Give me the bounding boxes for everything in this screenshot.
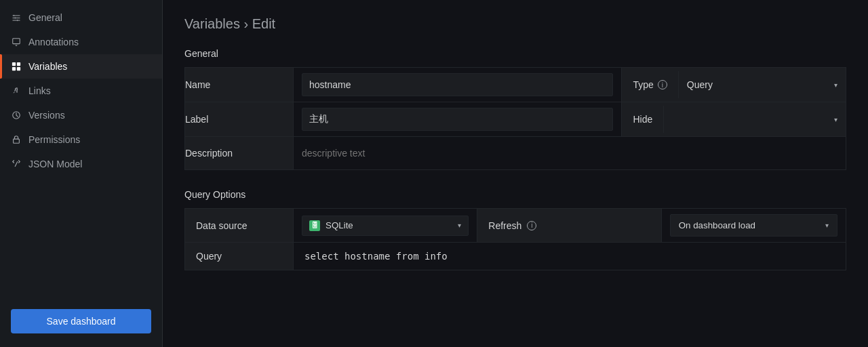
general-form-table: Name Type i Query ▾ Label (184, 67, 846, 170)
chevron-down-icon: ▾ (834, 81, 837, 89)
hide-label: Hide (622, 106, 664, 133)
query-input[interactable] (304, 251, 835, 262)
versions-icon (11, 110, 22, 121)
description-row: Description (185, 137, 846, 170)
datasource-value-cell: 🗄 SQLite ▾ (294, 209, 477, 242)
sidebar-item-versions[interactable]: Versions (0, 103, 162, 127)
sidebar-item-links[interactable]: Links (0, 79, 162, 103)
breadcrumb-separator: › (243, 16, 252, 31)
type-cell: Type i Query ▾ (622, 68, 846, 102)
sqlite-icon: 🗄 (309, 220, 320, 231)
query-options-row: Data source 🗄 SQLite ▾ Refresh i On dash… (184, 208, 846, 243)
breadcrumb-parent: Variables (184, 16, 240, 31)
sidebar: General Annotations Variables (0, 0, 163, 347)
datasource-value: SQLite (326, 220, 353, 230)
sidebar-footer: Save dashboard (0, 301, 162, 342)
description-label: Description (185, 137, 294, 170)
svg-rect-4 (17, 67, 20, 70)
query-section-title: Query Options (184, 189, 846, 200)
type-value: Query (687, 79, 713, 90)
breadcrumb-current: Edit (252, 16, 275, 31)
svg-rect-6 (14, 139, 20, 143)
sidebar-item-variables-label: Variables (28, 61, 67, 72)
refresh-label-cell: Refresh i (477, 209, 661, 242)
sidebar-item-annotations[interactable]: Annotations (0, 30, 162, 54)
sidebar-item-variables[interactable]: Variables (0, 54, 162, 79)
name-value-cell (294, 68, 622, 102)
query-label: Query (185, 243, 294, 270)
datasource-chevron-icon: ▾ (458, 222, 461, 229)
label-hide-row: Label Hide ▾ (185, 102, 846, 137)
type-info-icon[interactable]: i (658, 80, 667, 89)
on-load-value: On dashboard load (679, 220, 755, 230)
svg-rect-2 (17, 62, 20, 66)
svg-rect-0 (13, 39, 20, 44)
svg-rect-3 (12, 67, 16, 70)
on-load-dropdown[interactable]: On dashboard load ▾ (670, 214, 837, 237)
datasource-dropdown[interactable]: 🗄 SQLite ▾ (302, 216, 469, 236)
type-field: Type i Query ▾ (622, 71, 846, 98)
label-label: Label (185, 102, 294, 137)
svg-rect-1 (12, 62, 16, 66)
on-load-chevron-icon: ▾ (825, 222, 829, 229)
json-icon (11, 159, 22, 169)
save-dashboard-button[interactable]: Save dashboard (11, 309, 151, 333)
general-section-title: General (184, 48, 846, 59)
sidebar-item-json-label: JSON Model (28, 159, 82, 169)
refresh-info-icon[interactable]: i (527, 221, 536, 230)
sidebar-item-annotations-label: Annotations (28, 37, 79, 47)
variables-icon (11, 61, 22, 72)
annotation-icon (11, 37, 22, 47)
hide-cell: Hide ▾ (622, 102, 846, 137)
description-value-cell (294, 137, 846, 170)
hide-chevron-icon: ▾ (834, 116, 837, 123)
datasource-label: Data source (185, 209, 294, 242)
hide-dropdown[interactable]: ▾ (664, 106, 846, 133)
on-load-cell: On dashboard load ▾ (662, 209, 846, 242)
query-value-cell (294, 243, 846, 270)
description-input[interactable] (302, 142, 837, 164)
hide-field: Hide ▾ (622, 106, 846, 133)
query-row: Query (184, 243, 846, 270)
sidebar-item-json-model[interactable]: JSON Model (0, 152, 162, 176)
sidebar-item-general[interactable]: General (0, 5, 162, 30)
sidebar-item-permissions[interactable]: Permissions (0, 127, 162, 152)
label-value-cell (294, 102, 622, 137)
sidebar-item-versions-label: Versions (28, 110, 65, 121)
type-label: Type i (622, 71, 678, 98)
sidebar-item-permissions-label: Permissions (28, 134, 80, 145)
refresh-label: Refresh (488, 220, 521, 231)
links-icon (11, 85, 22, 96)
sidebar-item-links-label: Links (28, 85, 51, 96)
lock-icon (11, 134, 22, 145)
type-dropdown[interactable]: Query ▾ (679, 71, 846, 98)
label-input[interactable] (302, 108, 613, 131)
main-content: Variables › Edit General Name Type i Que… (163, 0, 868, 347)
page-title: Variables › Edit (184, 16, 846, 32)
name-input[interactable] (302, 73, 613, 96)
sidebar-item-general-label: General (28, 12, 62, 23)
name-type-row: Name Type i Query ▾ (185, 68, 846, 102)
name-label: Name (185, 68, 294, 102)
sliders-icon (11, 12, 22, 23)
